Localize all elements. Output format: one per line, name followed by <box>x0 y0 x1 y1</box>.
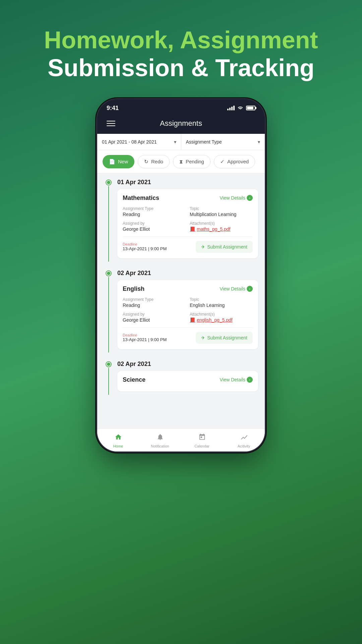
subject-science: Science <box>123 376 145 383</box>
tab-approved[interactable]: ✓ Approved <box>214 155 255 168</box>
signal-bars-icon <box>227 106 235 110</box>
date-label-1: 01 Apr 2021 <box>117 179 258 186</box>
date-label-3: 02 Apr 2021 <box>117 361 258 368</box>
pdf-icon-math: 📕 <box>190 226 195 232</box>
subject-english: English <box>123 285 144 292</box>
topic-label-math: Topic <box>190 206 253 211</box>
app-header: Assignments <box>97 114 265 134</box>
assignment-type-label-math: Assignment Type <box>123 206 186 211</box>
card-header-english: English View Details › <box>123 285 253 292</box>
timeline-col-3 <box>104 361 113 395</box>
date-range-chevron-icon: ▾ <box>174 139 176 145</box>
assignment-type-filter[interactable]: Assignment Type ▾ <box>181 134 265 150</box>
date-section-1: 01 Apr 2021 Mathematics View Details › <box>97 173 265 264</box>
attachment-filename-math: maths_pg_5.pdf <box>197 226 230 232</box>
pdf-icon-english: 📕 <box>190 317 195 323</box>
submit-label-math: Submit Assignment <box>207 244 247 250</box>
submit-assignment-math[interactable]: ✈ Submit Assignment <box>196 241 253 253</box>
assignment-card-english: English View Details › Assignment Type R… <box>117 280 258 349</box>
nav-item-notification[interactable]: Notification <box>139 429 181 451</box>
status-time: 9:41 <box>107 105 119 112</box>
field-topic-math: Topic Multiplication Learning <box>190 206 253 217</box>
card-fields-english: Assignment Type Reading Topic English Le… <box>123 297 253 323</box>
attachments-label-math: Attachment(s) <box>190 221 253 226</box>
topic-value-math: Multiplication Learning <box>190 212 253 217</box>
deadline-group-math: Deadline 13-Apr-2021 | 9:00 PM <box>123 242 167 251</box>
view-details-science[interactable]: View Details › <box>220 377 253 383</box>
attachment-file-math[interactable]: 📕 maths_pg_5.pdf <box>190 226 253 232</box>
field-assignment-type-english: Assignment Type Reading <box>123 297 186 308</box>
view-details-english[interactable]: View Details › <box>220 286 253 292</box>
activity-icon <box>240 433 248 443</box>
view-details-english-label: View Details <box>220 286 245 291</box>
view-details-math[interactable]: View Details › <box>220 195 253 201</box>
deadline-label-math: Deadline <box>123 242 167 246</box>
attachment-file-english[interactable]: 📕 english_pg_5.pdf <box>190 317 253 323</box>
assignment-type-value-math: Reading <box>123 212 186 217</box>
status-bar: 9:41 <box>97 99 265 114</box>
attachment-filename-english: english_pg_5.pdf <box>197 317 233 323</box>
timeline-col-2 <box>104 270 113 353</box>
timeline-line-1 <box>108 186 109 262</box>
submit-icon-math: ✈ <box>201 244 205 250</box>
bottom-nav: Home Notification <box>97 428 265 451</box>
nav-item-activity[interactable]: Acitivity <box>223 429 265 451</box>
tab-approved-icon: ✓ <box>220 159 225 165</box>
view-details-science-label: View Details <box>220 377 245 382</box>
assigned-by-label-math: Assigned by <box>123 221 186 226</box>
field-topic-english: Topic English Learning <box>190 297 253 308</box>
topic-label-english: Topic <box>190 297 253 302</box>
assignment-type-label: Assignment Type <box>186 139 222 145</box>
date-section-3: 02 Apr 2021 Science View Details › <box>97 355 265 397</box>
submit-assignment-english[interactable]: ✈ Submit Assignment <box>196 332 253 344</box>
nav-label-notification: Notification <box>151 444 169 448</box>
battery-icon <box>246 106 255 110</box>
assigned-by-value-math: George Elliot <box>123 226 186 232</box>
nav-item-calendar[interactable]: Calendar <box>181 429 223 451</box>
date-content-3: 02 Apr 2021 Science View Details › <box>113 361 258 395</box>
date-content-2: 02 Apr 2021 English View Details › <box>113 270 258 353</box>
tab-pending-icon: ⧗ <box>179 159 183 165</box>
deadline-value-math: 13-Apr-2021 | 9:00 PM <box>123 246 167 251</box>
view-details-science-arrow-icon: › <box>247 377 253 383</box>
field-attachments-english: Attachment(s) 📕 english_pg_5.pdf <box>190 312 253 323</box>
deadline-label-english: Deadline <box>123 333 167 337</box>
tab-pending-label: Pending <box>186 159 204 164</box>
tab-redo[interactable]: ↻ Redo <box>138 155 170 168</box>
nav-item-home[interactable]: Home <box>97 429 139 451</box>
timeline-line-2 <box>108 277 109 353</box>
assignment-type-value-english: Reading <box>123 303 186 308</box>
deadline-group-english: Deadline 13-Apr-2021 | 9:00 PM <box>123 333 167 342</box>
status-icons <box>227 105 255 111</box>
tab-new[interactable]: 📄 New <box>103 155 134 168</box>
view-details-english-arrow-icon: › <box>247 286 253 292</box>
date-section-2: 02 Apr 2021 English View Details › <box>97 264 265 355</box>
calendar-icon <box>198 433 206 443</box>
date-label-2: 02 Apr 2021 <box>117 270 258 277</box>
page-title-white: Submission & Tracking <box>20 53 342 82</box>
date-range-label: 01 Apr 2021 - 08 Apr 2021 <box>102 139 157 145</box>
assigned-by-value-english: George Elliot <box>123 317 186 323</box>
notification-icon <box>157 433 164 443</box>
date-range-filter[interactable]: 01 Apr 2021 - 08 Apr 2021 ▾ <box>97 134 181 150</box>
timeline-col-1 <box>104 179 113 262</box>
assignments-list: 01 Apr 2021 Mathematics View Details › <box>97 173 265 428</box>
app-title: Assignments <box>160 119 202 128</box>
view-details-math-arrow-icon: › <box>247 195 253 201</box>
submit-label-english: Submit Assignment <box>207 335 247 340</box>
subject-math: Mathematics <box>123 195 159 202</box>
topic-value-english: English Learning <box>190 303 253 308</box>
tab-approved-label: Approved <box>227 159 249 164</box>
tab-bar: 📄 New ↻ Redo ⧗ Pending ✓ Approved <box>97 150 265 173</box>
tab-pending[interactable]: ⧗ Pending <box>173 155 210 168</box>
view-details-math-label: View Details <box>220 195 245 201</box>
card-footer-english: Deadline 13-Apr-2021 | 9:00 PM ✈ Submit … <box>123 327 253 344</box>
assigned-by-label-english: Assigned by <box>123 312 186 317</box>
tab-redo-icon: ↻ <box>144 159 148 165</box>
card-footer-math: Deadline 13-Apr-2021 | 9:00 PM ✈ Submit … <box>123 236 253 253</box>
nav-label-activity: Acitivity <box>238 444 250 448</box>
tab-new-label: New <box>118 159 128 164</box>
date-content-1: 01 Apr 2021 Mathematics View Details › <box>113 179 258 262</box>
assignment-card-science: Science View Details › <box>117 371 258 391</box>
hamburger-menu-button[interactable] <box>107 121 115 126</box>
